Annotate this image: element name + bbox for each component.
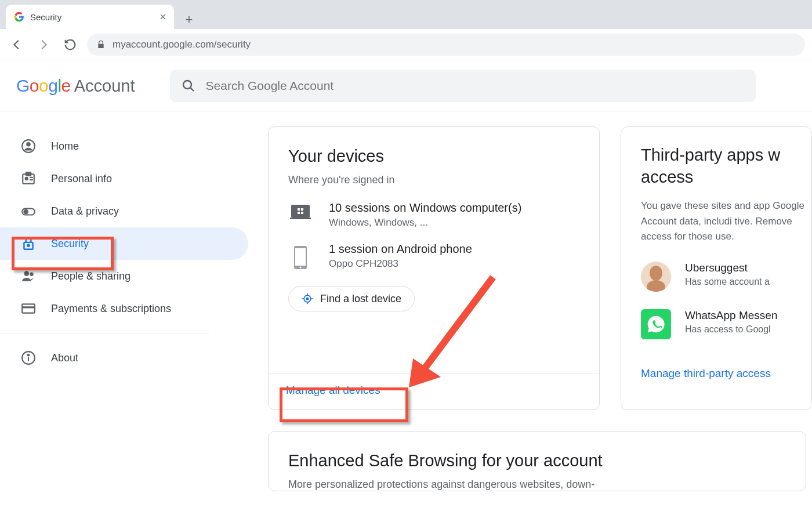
sidebar-item-label: People & sharing [51,270,130,282]
card-subtitle: Where you're signed in [288,174,579,186]
find-lost-device-chip[interactable]: Find a lost device [288,286,415,311]
device-row-android[interactable]: 1 session on Android phone Oppo CPH2083 [288,242,579,270]
svg-line-3 [190,88,194,91]
svg-rect-23 [298,212,300,214]
search-icon [182,79,195,93]
browser-toolbar: myaccount.google.com/security [0,29,812,60]
device-main: 10 sessions on Windows computer(s) [329,201,521,215]
browser-tab[interactable]: Security × [6,5,174,29]
forward-button[interactable] [34,35,53,55]
sidebar-item-label: Home [51,140,79,153]
sidebar-item-payments[interactable]: Payments & subscriptions [0,292,242,325]
google-account-logo[interactable]: Google Account [16,76,135,96]
svg-rect-15 [22,304,35,313]
home-icon [21,139,36,154]
svg-rect-20 [291,205,310,217]
svg-point-10 [24,210,28,214]
svg-point-8 [26,177,28,180]
third-party-app-whatsapp[interactable]: WhatsApp Messen Has access to Googl [641,309,811,339]
sidebar-item-about[interactable]: About [0,342,242,374]
sidebar: Home Personal info Data & privacy Securi… [0,111,242,491]
app-sub: Has some account a [685,277,770,287]
active-indicator [0,227,248,260]
sidebar-item-label: Security [51,238,89,250]
phone-icon [288,245,313,266]
device-main: 1 session on Android phone [329,242,472,256]
close-tab-icon[interactable]: × [160,11,166,23]
app-header: Google Account [0,60,812,111]
new-tab-button[interactable]: + [180,10,198,29]
svg-point-36 [650,266,662,281]
app-name: Ubersuggest [685,262,770,274]
browser-tab-strip: Security × + [0,0,812,29]
svg-rect-24 [301,212,303,214]
back-button[interactable] [7,35,27,55]
card-title: Your devices [288,147,579,166]
sidebar-item-label: Payments & subscriptions [51,303,171,315]
account-word: Account [74,77,135,96]
card-title: Enhanced Safe Browsing for your account [288,451,786,470]
manage-all-devices-link[interactable]: Manage all devices [286,384,380,396]
app-name: WhatsApp Messen [685,309,777,322]
third-party-access-card: Third-party apps w access You gave these… [621,126,812,410]
info-icon [21,350,36,365]
svg-point-5 [26,142,31,147]
card-subtitle: More personalized protections against da… [288,478,786,491]
search-box[interactable] [170,70,756,102]
svg-point-30 [306,298,308,299]
device-sub: Windows, Windows, ... [329,217,521,229]
svg-point-14 [30,273,33,277]
svg-rect-27 [295,248,306,266]
sidebar-item-home[interactable]: Home [0,130,242,162]
sidebar-item-personal-info[interactable]: Personal info [0,162,242,195]
card-subtitle: You gave these sites and app Google Acco… [641,198,811,244]
your-devices-card: Your devices Where you're signed in 10 s… [268,126,600,410]
svg-rect-22 [301,208,303,211]
card-title: Third-party apps w access [641,144,811,188]
reload-button[interactable] [60,35,80,55]
app-sub: Has access to Googl [685,324,777,335]
manage-third-party-link[interactable]: Manage third-party access [641,367,811,380]
google-favicon [14,12,24,22]
svg-point-19 [28,354,30,356]
sidebar-item-label: Data & privacy [51,205,119,217]
device-row-windows[interactable]: 10 sessions on Windows computer(s) Windo… [288,201,579,229]
whatsapp-icon [641,309,671,339]
google-logo: Google [16,76,71,96]
svg-point-12 [27,245,29,246]
chip-label: Find a lost device [320,293,401,305]
sidebar-divider [0,333,209,334]
safe-browsing-card: Enhanced Safe Browsing for your account … [268,431,806,491]
sidebar-item-people-sharing[interactable]: People & sharing [0,260,242,292]
search-input[interactable] [206,79,744,93]
windows-laptop-icon [288,204,313,224]
url-text: myaccount.google.com/security [113,39,251,50]
device-sub: Oppo CPH2083 [329,258,472,270]
svg-rect-25 [290,217,311,219]
third-party-app-ubersuggest[interactable]: Ubersuggest Has some account a [641,262,811,292]
svg-rect-21 [298,208,300,211]
lock-icon [96,40,106,49]
people-icon [21,269,36,284]
address-bar[interactable]: myaccount.google.com/security [87,34,805,56]
svg-rect-7 [26,172,31,175]
tab-title: Security [30,12,154,22]
svg-point-28 [300,267,302,269]
svg-point-13 [24,271,29,276]
sidebar-item-data-privacy[interactable]: Data & privacy [0,195,242,227]
id-card-icon [21,171,36,186]
toggle-icon [21,204,36,219]
sidebar-item-label: Personal info [51,173,112,185]
sidebar-item-label: About [51,352,78,364]
card-icon [21,301,36,316]
svg-point-2 [183,81,191,89]
ubersuggest-avatar [641,262,671,292]
lock-icon [21,236,36,251]
target-icon [302,293,313,304]
sidebar-item-security[interactable]: Security [0,227,242,260]
